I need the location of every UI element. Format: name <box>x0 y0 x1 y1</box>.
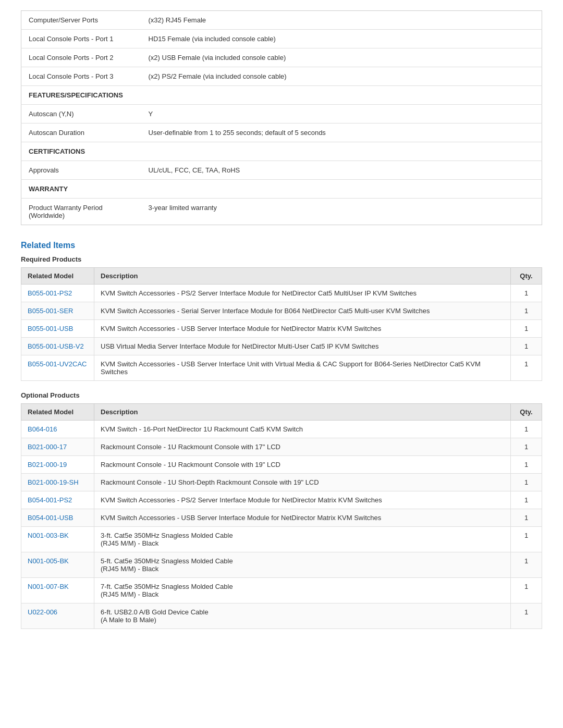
related-description-cell: KVM Switch Accessories - USB Server Inte… <box>94 509 511 527</box>
related-model-link[interactable]: B055-001-PS2 <box>28 289 72 297</box>
related-model-link[interactable]: B064-016 <box>28 425 57 433</box>
related-column-header: Qty. <box>511 268 542 285</box>
spec-label: Local Console Ports - Port 2 <box>21 48 141 67</box>
related-description-cell: KVM Switch Accessories - USB Server Inte… <box>94 320 511 338</box>
spec-value: (x32) RJ45 Female <box>141 11 542 30</box>
related-model-cell: B021-000-19 <box>21 456 94 474</box>
related-model-cell: N001-007-BK <box>21 578 94 603</box>
optional-products-table: Related ModelDescriptionQty. B064-016KVM… <box>21 403 542 629</box>
related-description-cell: 3-ft. Cat5e 350MHz Snagless Molded Cable… <box>94 527 511 552</box>
related-column-header: Related Model <box>21 268 94 285</box>
related-description-cell: 5-ft. Cat5e 350MHz Snagless Molded Cable… <box>94 552 511 578</box>
spec-label: Product Warranty Period(Worldwide) <box>21 199 141 225</box>
related-model-cell: N001-003-BK <box>21 527 94 552</box>
specs-section-header: FEATURES/SPECIFICATIONS <box>21 86 542 105</box>
related-description-cell: Rackmount Console - 1U Rackmount Console… <box>94 456 511 474</box>
spec-value: (x2) PS/2 Female (via included console c… <box>141 67 542 86</box>
related-table-row: B055-001-USBKVM Switch Accessories - USB… <box>21 320 542 338</box>
related-model-cell: N001-005-BK <box>21 552 94 578</box>
related-model-cell: B055-001-PS2 <box>21 285 94 302</box>
related-model-cell: B054-001-USB <box>21 509 94 527</box>
related-table-row: N001-003-BK3-ft. Cat5e 350MHz Snagless M… <box>21 527 542 552</box>
related-model-link[interactable]: B021-000-17 <box>28 443 67 451</box>
specs-table: Computer/Server Ports (x32) RJ45 Female … <box>21 10 542 225</box>
related-model-link[interactable]: B055-001-SER <box>28 307 73 315</box>
specs-section-header: WARRANTY <box>21 180 542 199</box>
section-header-label: WARRANTY <box>21 180 542 199</box>
related-table-row: B064-016KVM Switch - 16-Port NetDirector… <box>21 421 542 438</box>
related-table-row: B055-001-SERKVM Switch Accessories - Ser… <box>21 302 542 320</box>
related-table-header-row: Related ModelDescriptionQty. <box>21 268 542 285</box>
related-model-link[interactable]: B055-001-UV2CAC <box>28 360 87 368</box>
related-description-cell: Rackmount Console - 1U Rackmount Console… <box>94 438 511 456</box>
required-products-table: Related ModelDescriptionQty. B055-001-PS… <box>21 267 542 381</box>
related-model-link[interactable]: B054-001-PS2 <box>28 496 72 504</box>
related-table-row: N001-007-BK7-ft. Cat5e 350MHz Snagless M… <box>21 578 542 603</box>
related-qty-cell: 1 <box>511 438 542 456</box>
related-table-row: B055-001-USB-V2USB Virtual Media Server … <box>21 338 542 355</box>
related-model-cell: B021-000-17 <box>21 438 94 456</box>
related-qty-cell: 1 <box>511 491 542 509</box>
spec-value: 3-year limited warranty <box>141 199 542 225</box>
related-qty-cell: 1 <box>511 320 542 338</box>
related-description-cell: 6-ft. USB2.0 A/B Gold Device Cable(A Mal… <box>94 603 511 629</box>
related-model-link[interactable]: B054-001-USB <box>28 514 73 522</box>
spec-label: Local Console Ports - Port 1 <box>21 30 141 48</box>
spec-row: Local Console Ports - Port 2 (x2) USB Fe… <box>21 48 542 67</box>
related-qty-cell: 1 <box>511 421 542 438</box>
related-items-section: Related Items Required Products Related … <box>21 241 542 629</box>
spec-value: UL/cUL, FCC, CE, TAA, RoHS <box>141 161 542 180</box>
related-model-link[interactable]: B055-001-USB-V2 <box>28 342 84 350</box>
related-description-cell: Rackmount Console - 1U Short-Depth Rackm… <box>94 474 511 491</box>
related-qty-cell: 1 <box>511 578 542 603</box>
related-qty-cell: 1 <box>511 509 542 527</box>
related-qty-cell: 1 <box>511 603 542 629</box>
related-model-cell: B055-001-SER <box>21 302 94 320</box>
related-qty-cell: 1 <box>511 355 542 381</box>
spec-value: Y <box>141 105 542 124</box>
related-model-link[interactable]: N001-007-BK <box>28 583 69 590</box>
related-table-row: B021-000-19-SHRackmount Console - 1U Sho… <box>21 474 542 491</box>
spec-row: Local Console Ports - Port 3 (x2) PS/2 F… <box>21 67 542 86</box>
related-description-cell: KVM Switch Accessories - PS/2 Server Int… <box>94 285 511 302</box>
related-model-link[interactable]: B021-000-19 <box>28 461 67 468</box>
related-description-cell: KVM Switch Accessories - Serial Server I… <box>94 302 511 320</box>
related-items-title: Related Items <box>21 241 542 250</box>
related-model-link[interactable]: N001-003-BK <box>28 532 69 539</box>
related-description-cell: KVM Switch - 16-Port NetDirector 1U Rack… <box>94 421 511 438</box>
spec-row: Computer/Server Ports (x32) RJ45 Female <box>21 11 542 30</box>
spec-label: Local Console Ports - Port 3 <box>21 67 141 86</box>
related-model-cell: B054-001-PS2 <box>21 491 94 509</box>
spec-row: Approvals UL/cUL, FCC, CE, TAA, RoHS <box>21 161 542 180</box>
spec-value: (x2) USB Female (via included console ca… <box>141 48 542 67</box>
related-table-row: B054-001-PS2KVM Switch Accessories - PS/… <box>21 491 542 509</box>
related-table-row: N001-005-BK5-ft. Cat5e 350MHz Snagless M… <box>21 552 542 578</box>
related-column-header: Description <box>94 268 511 285</box>
related-description-cell: KVM Switch Accessories - USB Server Inte… <box>94 355 511 381</box>
related-model-link[interactable]: U022-006 <box>28 608 57 616</box>
related-column-header: Description <box>94 404 511 421</box>
related-model-link[interactable]: N001-005-BK <box>28 557 69 565</box>
related-table-row: B021-000-17Rackmount Console - 1U Rackmo… <box>21 438 542 456</box>
related-model-cell: U022-006 <box>21 603 94 629</box>
related-column-header: Qty. <box>511 404 542 421</box>
related-model-cell: B021-000-19-SH <box>21 474 94 491</box>
related-model-link[interactable]: B021-000-19-SH <box>28 478 79 486</box>
related-table-row: B021-000-19Rackmount Console - 1U Rackmo… <box>21 456 542 474</box>
spec-label: Approvals <box>21 161 141 180</box>
related-qty-cell: 1 <box>511 474 542 491</box>
spec-row: Autoscan (Y,N) Y <box>21 105 542 124</box>
related-table-header-row: Related ModelDescriptionQty. <box>21 404 542 421</box>
spec-row: Local Console Ports - Port 1 HD15 Female… <box>21 30 542 48</box>
related-qty-cell: 1 <box>511 456 542 474</box>
spec-value: HD15 Female (via included console cable) <box>141 30 542 48</box>
section-header-label: FEATURES/SPECIFICATIONS <box>21 86 542 105</box>
related-model-cell: B055-001-USB-V2 <box>21 338 94 355</box>
related-table-row: B054-001-USBKVM Switch Accessories - USB… <box>21 509 542 527</box>
related-model-link[interactable]: B055-001-USB <box>28 325 73 332</box>
spec-label: Autoscan Duration <box>21 124 141 142</box>
related-qty-cell: 1 <box>511 285 542 302</box>
spec-value: User-definable from 1 to 255 seconds; de… <box>141 124 542 142</box>
spec-label: Autoscan (Y,N) <box>21 105 141 124</box>
optional-products-label: Optional Products <box>21 391 542 399</box>
